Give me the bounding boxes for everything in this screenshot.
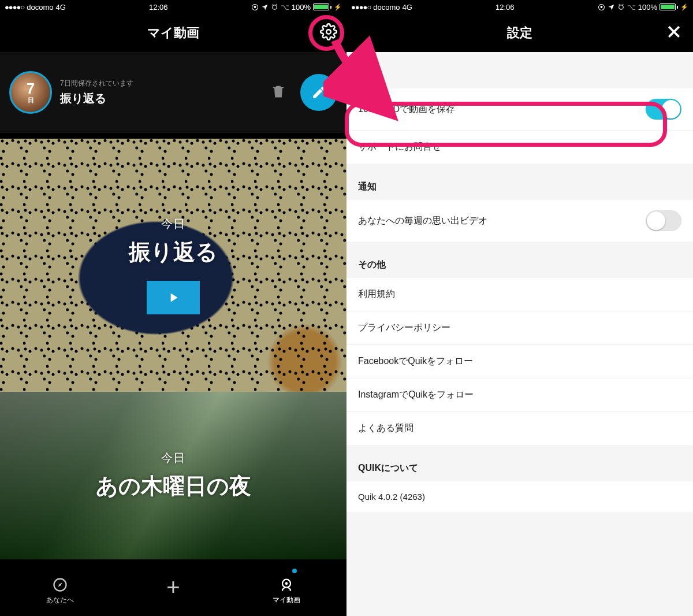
- tab-add[interactable]: +: [166, 581, 180, 600]
- phone-right: ●●●●○ docomo 4G 12:06 ⦿ ⌥ 100% ⚡ 設定 一般: [346, 0, 693, 616]
- tab-label: マイ動画: [273, 595, 300, 605]
- tab-for-you[interactable]: あなたへ: [46, 577, 74, 605]
- row-version: Quik 4.0.2 (4263): [346, 481, 693, 512]
- location-icon: [261, 3, 269, 11]
- play-icon: [166, 290, 181, 305]
- nav-bar: マイ動画: [0, 14, 346, 52]
- status-bar: ●●●●○ docomo 4G 12:06 ⦿ ⌥ 100% ⚡: [346, 0, 693, 14]
- row-label: よくある質問: [358, 422, 413, 435]
- video-title: 振り返る: [129, 238, 218, 267]
- battery-pct: 100%: [292, 3, 311, 12]
- row-label: InstagramでQuikをフォロー: [358, 389, 474, 401]
- row-instagram[interactable]: InstagramでQuikをフォロー: [346, 378, 693, 412]
- pending-title: 振り返る: [60, 91, 262, 106]
- pending-days-unit: 日: [28, 96, 34, 105]
- pending-subtitle: 7日間保存されています: [60, 79, 262, 88]
- charging-icon: ⚡: [334, 3, 342, 11]
- toggle-weekly-memories[interactable]: [646, 210, 681, 231]
- delete-button[interactable]: [270, 83, 286, 102]
- battery-pct: 100%: [638, 3, 657, 12]
- network-label: 4G: [56, 3, 66, 12]
- nav-title: マイ動画: [147, 24, 199, 42]
- section-notifications: 通知: [346, 164, 693, 200]
- row-faq[interactable]: よくある質問: [346, 412, 693, 445]
- pending-days-num: 7: [27, 81, 35, 96]
- clock: 12:06: [149, 3, 168, 12]
- video-card-1[interactable]: 今日 振り返る: [0, 139, 346, 392]
- edit-button[interactable]: [300, 74, 337, 111]
- tab-my-videos[interactable]: マイ動画: [273, 577, 300, 605]
- nav-bar: 設定: [346, 14, 693, 52]
- pending-days-badge: 7 日: [9, 71, 52, 114]
- nav-title: 設定: [507, 24, 532, 42]
- video-date: 今日: [161, 450, 185, 466]
- video-title: あの木曜日の夜: [96, 472, 251, 501]
- play-button[interactable]: [147, 281, 200, 314]
- battery-icon: [660, 3, 678, 10]
- close-button[interactable]: [665, 23, 683, 43]
- carrier-label: docomo: [373, 3, 400, 12]
- section-general: 一般: [346, 52, 693, 88]
- row-label: FacebookでQuikをフォロー: [358, 355, 473, 368]
- compass-icon: [52, 577, 68, 593]
- location-icon: [608, 3, 615, 11]
- row-label: 利用規約: [358, 288, 395, 300]
- lock-rotation-icon: ⦿: [251, 3, 259, 12]
- bluetooth-icon: ⌥: [281, 3, 289, 12]
- tab-label: あなたへ: [46, 595, 74, 605]
- section-other: その他: [346, 242, 693, 278]
- row-label: サポートにお問合せ: [358, 141, 441, 153]
- clock: 12:06: [495, 3, 515, 12]
- annotation-circle: [308, 15, 344, 51]
- row-label: 1080p HDで動画を保存: [358, 103, 455, 116]
- row-privacy[interactable]: プライバシーポリシー: [346, 311, 693, 345]
- section-about: QUIKについて: [346, 445, 693, 481]
- signal-indicator: ●●●●○: [5, 3, 24, 12]
- bluetooth-icon: ⌥: [627, 3, 636, 12]
- user-video-icon: [278, 577, 295, 593]
- row-support[interactable]: サポートにお問合せ: [346, 131, 693, 164]
- pencil-icon: [311, 85, 326, 100]
- network-label: 4G: [403, 3, 412, 12]
- video-date: 今日: [161, 216, 185, 232]
- pending-card[interactable]: 7 日 7日間保存されています 振り返る: [0, 52, 346, 139]
- charging-icon: ⚡: [680, 3, 688, 11]
- row-label: プライバシーポリシー: [358, 322, 450, 334]
- lock-rotation-icon: ⦿: [598, 3, 605, 12]
- signal-indicator: ●●●●○: [351, 3, 371, 12]
- video-card-2[interactable]: 今日 あの木曜日の夜: [0, 392, 346, 559]
- row-facebook[interactable]: FacebookでQuikをフォロー: [346, 345, 693, 378]
- svg-point-3: [285, 582, 288, 585]
- carrier-label: docomo: [27, 3, 53, 12]
- row-weekly-memories[interactable]: あなたへの毎週の思い出ビデオ: [346, 200, 693, 242]
- notification-dot: [292, 569, 297, 573]
- alarm-icon: [271, 3, 278, 11]
- tab-bar: あなたへ + マイ動画: [0, 565, 346, 616]
- row-label: あなたへの毎週の思い出ビデオ: [358, 215, 487, 227]
- trash-icon: [270, 83, 286, 99]
- status-bar: ●●●●○ docomo 4G 12:06 ⦿ ⌥ 100% ⚡: [0, 0, 346, 14]
- close-icon: [665, 23, 683, 40]
- battery-icon: [313, 3, 331, 10]
- row-terms[interactable]: 利用規約: [346, 278, 693, 311]
- row-save-1080p[interactable]: 1080p HDで動画を保存: [346, 88, 693, 131]
- toggle-save-1080p[interactable]: [646, 99, 681, 120]
- phone-left: ●●●●○ docomo 4G 12:06 ⦿ ⌥ 100% ⚡ マイ動画: [0, 0, 346, 616]
- plus-icon: +: [166, 578, 180, 596]
- settings-list[interactable]: 一般 1080p HDで動画を保存 サポートにお問合せ 通知 あなたへの毎週の思…: [346, 52, 693, 616]
- alarm-icon: [617, 3, 625, 11]
